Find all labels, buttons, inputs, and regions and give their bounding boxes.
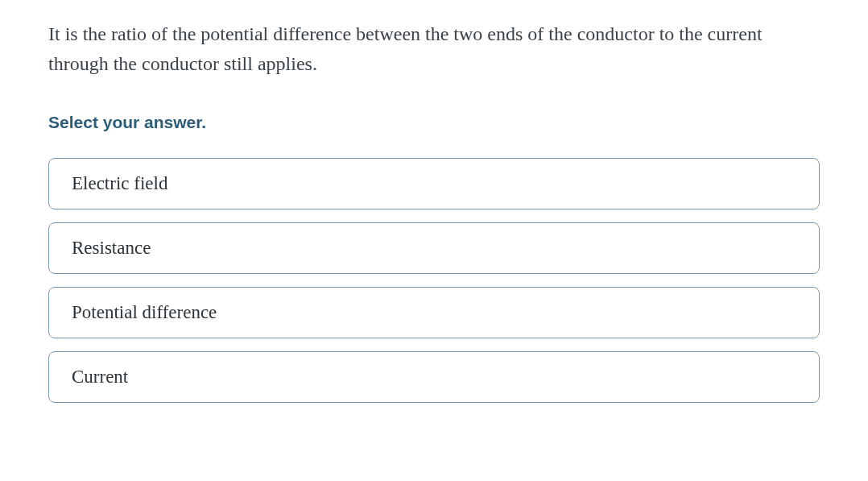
option-electric-field[interactable]: Electric field bbox=[48, 158, 820, 209]
option-label: Electric field bbox=[72, 173, 167, 193]
options-container: Electric field Resistance Potential diff… bbox=[48, 158, 820, 403]
option-resistance[interactable]: Resistance bbox=[48, 222, 820, 274]
option-label: Current bbox=[72, 367, 128, 387]
option-label: Resistance bbox=[72, 238, 151, 258]
question-text: It is the ratio of the potential differe… bbox=[48, 19, 820, 79]
instruction-text: Select your answer. bbox=[48, 113, 820, 132]
option-potential-difference[interactable]: Potential difference bbox=[48, 287, 820, 338]
option-label: Potential difference bbox=[72, 302, 217, 322]
option-current[interactable]: Current bbox=[48, 351, 820, 403]
